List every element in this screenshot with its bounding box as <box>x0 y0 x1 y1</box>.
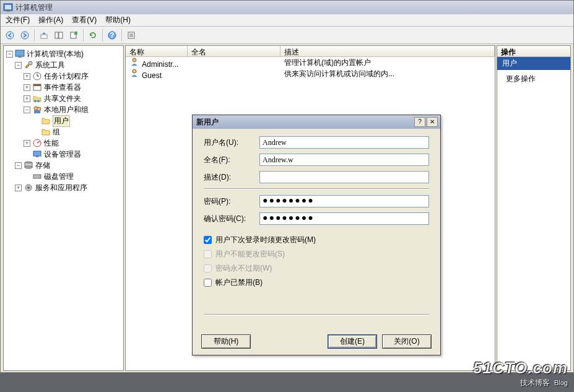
confirm-password-input[interactable]: ●●●●●●●● <box>259 212 429 225</box>
help-button[interactable]: 帮助(H) <box>201 334 251 349</box>
actions-more[interactable]: 更多操作 <box>497 70 570 88</box>
tree-local-users-groups[interactable]: −本地用户和组 <box>24 104 123 115</box>
list-row[interactable]: Administr... 管理计算机(域)的内置帐户 <box>126 57 495 68</box>
watermark-main: 51CTO.com <box>473 359 568 378</box>
dialog-close-button[interactable]: ✕ <box>427 117 438 127</box>
help-button[interactable]: ? <box>105 28 119 42</box>
actions-header: 操作 <box>497 46 570 57</box>
svg-rect-1 <box>5 5 11 9</box>
tree-storage[interactable]: −存储 <box>15 160 123 171</box>
description-label: 描述(D): <box>204 172 259 183</box>
svg-rect-31 <box>36 156 38 157</box>
back-button[interactable] <box>3 28 17 42</box>
expand-icon[interactable]: + <box>24 140 30 147</box>
actions-pane: 操作 用户 更多操作 <box>497 45 571 371</box>
svg-point-17 <box>28 61 32 65</box>
checkbox-icon[interactable] <box>204 279 212 287</box>
menu-file[interactable]: 文件(F) <box>6 15 30 25</box>
cb-account-disabled[interactable]: 帐户已禁用(B) <box>204 277 429 288</box>
svg-point-3 <box>6 32 14 39</box>
col-description[interactable]: 描述 <box>280 46 495 56</box>
separator <box>204 188 429 189</box>
dialog-help-button[interactable]: ? <box>414 117 425 127</box>
device-icon <box>32 149 42 159</box>
fullname-input[interactable] <box>259 154 429 166</box>
svg-rect-6 <box>55 32 58 38</box>
svg-point-4 <box>21 32 28 39</box>
collapse-icon[interactable]: − <box>6 51 13 58</box>
svg-rect-7 <box>59 32 63 38</box>
svg-rect-15 <box>15 50 24 56</box>
toolbar-separator <box>83 29 84 41</box>
cb-must-change[interactable]: 用户下次登录时须更改密码(M) <box>204 235 429 245</box>
refresh-button[interactable] <box>86 28 100 42</box>
username-label: 用户名(U): <box>204 137 259 148</box>
up-button[interactable] <box>37 28 51 42</box>
tree-users[interactable]: 用户 <box>32 115 123 126</box>
folder-icon <box>41 127 51 137</box>
show-hide-button[interactable] <box>52 28 66 42</box>
description-input[interactable] <box>259 171 429 183</box>
tree-device-manager[interactable]: 设备管理器 <box>24 149 123 160</box>
user-icon <box>129 57 139 67</box>
menu-help[interactable]: 帮助(H) <box>105 15 131 25</box>
titlebar: 计算机管理 <box>1 1 573 14</box>
svg-rect-16 <box>18 56 22 58</box>
new-user-dialog: 新用户 ? ✕ 用户名(U): 全名(F): 描述(D): 密码(P): ●●●… <box>192 115 441 355</box>
expand-icon[interactable]: + <box>24 73 30 80</box>
menu-action[interactable]: 操作(A) <box>38 15 63 25</box>
tree-root[interactable]: − 计算机管理(本地) <box>6 48 123 59</box>
password-input[interactable]: ●●●●●●●● <box>259 195 429 207</box>
performance-icon <box>32 138 42 148</box>
export-button[interactable] <box>67 28 80 42</box>
computer-icon <box>15 49 25 59</box>
svg-point-34 <box>25 166 32 168</box>
collapse-icon[interactable]: − <box>24 107 30 113</box>
password-label: 密码(P): <box>204 196 259 207</box>
tree-task-scheduler[interactable]: +任务计划程序 <box>24 71 123 82</box>
shared-folder-icon <box>32 94 42 103</box>
svg-rect-30 <box>33 151 41 156</box>
confirm-password-label: 确认密码(C): <box>204 214 259 224</box>
tree-system-tools[interactable]: − 系统工具 <box>15 59 123 71</box>
tree-services-apps[interactable]: +服务和应用程序 <box>15 182 123 193</box>
tree-pane: − 计算机管理(本地) − 系统工具 +任务计划程序 +事件查看器 +共享文件夹… <box>3 45 124 371</box>
close-button[interactable]: 关闭(O) <box>382 334 432 349</box>
expand-icon[interactable]: + <box>24 84 30 91</box>
storage-icon <box>24 160 33 170</box>
tree-groups[interactable]: 组 <box>32 126 123 137</box>
svg-point-38 <box>27 186 30 189</box>
list-row[interactable]: Guest 供来宾访问计算机或访问域的内... <box>126 68 495 79</box>
tree-disk-management[interactable]: 磁盘管理 <box>24 171 123 182</box>
collapse-icon[interactable]: − <box>15 62 22 69</box>
collapse-icon[interactable]: − <box>15 162 22 169</box>
separator <box>204 314 429 315</box>
svg-rect-22 <box>33 84 41 86</box>
properties-button[interactable] <box>124 28 138 42</box>
expand-icon[interactable]: + <box>24 95 30 102</box>
forward-button[interactable] <box>18 28 32 42</box>
checkbox-icon <box>204 250 212 258</box>
svg-rect-27 <box>34 110 40 113</box>
svg-point-24 <box>37 100 40 102</box>
svg-rect-5 <box>41 35 47 38</box>
checkbox-icon[interactable] <box>204 236 212 244</box>
create-button[interactable]: 创建(E) <box>328 334 377 349</box>
disk-icon <box>32 172 42 181</box>
toolbar: ? <box>1 27 573 44</box>
svg-point-23 <box>34 100 37 102</box>
col-fullname[interactable]: 全名 <box>188 46 280 56</box>
menu-view[interactable]: 查看(V) <box>72 15 97 25</box>
toolbar-separator <box>121 29 122 41</box>
users-group-icon <box>32 105 42 115</box>
column-headers: 名称 全名 描述 <box>126 46 495 57</box>
username-input[interactable] <box>259 136 429 149</box>
tree-performance[interactable]: +性能 <box>24 137 123 149</box>
dialog-title: 新用户 <box>195 117 413 128</box>
window-title: 计算机管理 <box>15 2 53 13</box>
tree-event-viewer[interactable]: +事件查看器 <box>24 82 123 93</box>
expand-icon[interactable]: + <box>15 185 22 191</box>
svg-point-40 <box>133 69 136 73</box>
col-name[interactable]: 名称 <box>126 46 188 56</box>
tree-shared-folders[interactable]: +共享文件夹 <box>24 93 123 104</box>
